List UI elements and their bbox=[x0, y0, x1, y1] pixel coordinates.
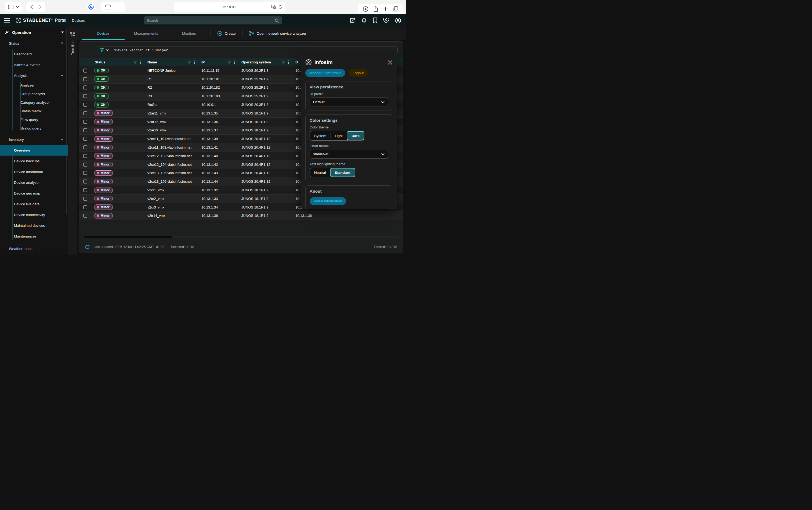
device-name-link[interactable]: v2ce12_102.vlab.infosim.net bbox=[147, 154, 192, 158]
alarms-bell-icon[interactable] bbox=[361, 18, 367, 24]
device-name-link[interactable]: v2ce13_105.vlab.infosim.net bbox=[147, 171, 192, 175]
filter-funnel-icon[interactable] bbox=[100, 48, 104, 52]
column-header-operating-system[interactable]: Operating system bbox=[238, 58, 292, 66]
sidebar-item-analysis[interactable]: Analysis bbox=[0, 70, 68, 81]
sidebar-toggle-group[interactable] bbox=[5, 2, 23, 12]
tab-devices[interactable]: Devices bbox=[82, 27, 125, 40]
global-search[interactable] bbox=[144, 17, 282, 24]
device-name-link[interactable]: RoGat bbox=[147, 103, 158, 107]
chevron-down-icon[interactable] bbox=[106, 49, 109, 51]
device-name-link[interactable]: v2cr1_vmx bbox=[147, 188, 164, 192]
device-name-link[interactable]: NETCONF Juniper bbox=[147, 68, 177, 73]
download-icon[interactable] bbox=[360, 6, 371, 12]
portal-information-button[interactable]: Portal information bbox=[310, 197, 346, 205]
open-network-analyzer-button[interactable]: Open network service analyzer bbox=[242, 27, 313, 40]
row-checkbox[interactable] bbox=[83, 171, 87, 175]
search-icon[interactable] bbox=[275, 18, 279, 23]
chart-theme-select[interactable]: stableNet bbox=[310, 150, 388, 159]
sidebar-item-maintenances[interactable]: Maintenances bbox=[0, 231, 68, 242]
sidebar-item-device-geo-map[interactable]: Device geo map bbox=[0, 188, 68, 199]
row-checkbox[interactable] bbox=[83, 85, 87, 89]
device-name-link[interactable]: v2ce11_103.vlab.infosim.net bbox=[147, 145, 191, 149]
row-checkbox[interactable] bbox=[83, 145, 87, 149]
device-name-link[interactable]: v2ce13_106.vlab.infosim.net bbox=[147, 179, 192, 183]
row-checkbox[interactable] bbox=[83, 205, 87, 209]
sidebar-section-operation[interactable]: Operation bbox=[0, 27, 68, 38]
sidebar-item-device-dashboard[interactable]: Device dashboard bbox=[0, 166, 68, 177]
audit-search-icon[interactable] bbox=[350, 18, 356, 23]
row-checkbox[interactable] bbox=[83, 103, 87, 107]
sidebar-item-status[interactable]: Status bbox=[0, 38, 68, 49]
row-checkbox[interactable] bbox=[83, 214, 87, 218]
device-name-link[interactable]: v2cr3_vmx bbox=[147, 205, 164, 209]
segment-option-system[interactable]: System bbox=[310, 131, 331, 140]
translate-icon[interactable]: Ax bbox=[271, 5, 276, 9]
horizontal-scrollbar[interactable] bbox=[84, 236, 399, 238]
manage-user-profile-button[interactable]: Manage user profile bbox=[305, 69, 345, 77]
row-checkbox[interactable] bbox=[83, 179, 87, 183]
share-icon[interactable] bbox=[371, 6, 381, 12]
row-checkbox[interactable] bbox=[83, 68, 87, 73]
device-name-link[interactable]: R3 bbox=[147, 94, 152, 98]
create-button[interactable]: Create bbox=[211, 27, 242, 40]
column-menu-icon[interactable] bbox=[234, 60, 235, 64]
device-name-link[interactable]: v2ar12_vmx bbox=[147, 120, 167, 124]
forward-icon[interactable] bbox=[39, 5, 41, 9]
health-heart-icon[interactable] bbox=[383, 18, 389, 23]
new-tab-icon[interactable] bbox=[381, 6, 390, 11]
device-name-link[interactable]: v2ce12_104.vlab.infosim.net bbox=[147, 163, 192, 167]
column-menu-icon[interactable] bbox=[194, 60, 195, 64]
column-header-name[interactable]: Name bbox=[144, 58, 198, 66]
segment-option-light[interactable]: Light bbox=[331, 131, 347, 140]
refresh-icon[interactable] bbox=[85, 245, 90, 249]
sidebar-item-overview[interactable]: Overview bbox=[0, 145, 68, 155]
account-icon[interactable] bbox=[395, 18, 401, 24]
device-name-link[interactable]: R2 bbox=[147, 85, 152, 89]
ui-profile-select[interactable]: Default bbox=[310, 97, 388, 106]
column-filter-icon[interactable] bbox=[281, 61, 285, 64]
segment-option-neutral[interactable]: Neutral bbox=[310, 168, 330, 177]
reload-icon[interactable] bbox=[278, 5, 282, 9]
sidebar-item-syslog-query[interactable]: Syslog query bbox=[0, 124, 68, 133]
row-checkbox[interactable] bbox=[83, 197, 87, 201]
sidebar-item-inventory[interactable]: Inventory bbox=[0, 134, 68, 145]
chevron-down-icon[interactable] bbox=[16, 6, 19, 8]
row-checkbox[interactable] bbox=[83, 120, 87, 124]
sidebar-item-device-connectivity[interactable]: Device connectivity bbox=[0, 209, 68, 220]
column-filter-icon[interactable] bbox=[228, 61, 231, 64]
back-icon[interactable] bbox=[30, 5, 33, 9]
sidebar-item-device-analyzer[interactable]: Device analyzer bbox=[0, 177, 68, 188]
tree-filter-strip[interactable]: Tree filter bbox=[68, 27, 77, 255]
sidebar-item-dashboard[interactable]: Dashboard bbox=[0, 49, 68, 59]
sidebar-item-device-live-data[interactable]: Device live data bbox=[0, 199, 68, 209]
menu-icon[interactable] bbox=[4, 18, 10, 23]
tab-measurements[interactable]: Measurements bbox=[125, 27, 168, 40]
column-menu-icon[interactable] bbox=[288, 60, 289, 64]
filter-bar[interactable]: 'Device Vendor' ct 'Juniper' bbox=[97, 46, 398, 54]
row-checkbox[interactable] bbox=[83, 77, 87, 81]
row-checkbox[interactable] bbox=[83, 163, 87, 167]
extension-icon[interactable] bbox=[87, 3, 95, 11]
tab-monitors[interactable]: Monitors bbox=[168, 27, 211, 40]
row-checkbox[interactable] bbox=[83, 128, 87, 132]
sidebar-item-flow-query[interactable]: Flow query bbox=[0, 115, 68, 124]
column-menu-icon[interactable] bbox=[140, 60, 141, 64]
browser-sidebar-icon[interactable] bbox=[8, 5, 13, 9]
column-header-ip[interactable]: IP bbox=[198, 58, 238, 66]
row-checkbox[interactable] bbox=[83, 111, 87, 115]
sidebar-item-category-analyzer[interactable]: Category analyzer bbox=[0, 98, 68, 107]
sidebar-item-group-analyzer[interactable]: Group analyzer bbox=[0, 89, 68, 98]
close-icon[interactable] bbox=[388, 60, 392, 65]
device-name-link[interactable]: v2ce11_101.vlab.infosim.net bbox=[147, 137, 191, 141]
row-checkbox[interactable] bbox=[83, 94, 87, 98]
device-name-link[interactable]: v2cr2_vmx bbox=[147, 197, 164, 201]
search-input[interactable] bbox=[147, 19, 275, 23]
device-name-link[interactable]: v2tr14_vmx bbox=[147, 214, 166, 218]
sidebar-item-device-backups[interactable]: Device backups bbox=[0, 155, 68, 166]
scrollbar-thumb[interactable] bbox=[84, 236, 172, 238]
device-name-link[interactable]: R1 bbox=[147, 77, 152, 81]
row-checkbox[interactable] bbox=[83, 154, 87, 158]
sidebar-item-status-matrix[interactable]: Status matrix bbox=[0, 107, 68, 115]
segment-option-standard[interactable]: Standard bbox=[330, 168, 356, 177]
row-checkbox[interactable] bbox=[83, 188, 87, 192]
